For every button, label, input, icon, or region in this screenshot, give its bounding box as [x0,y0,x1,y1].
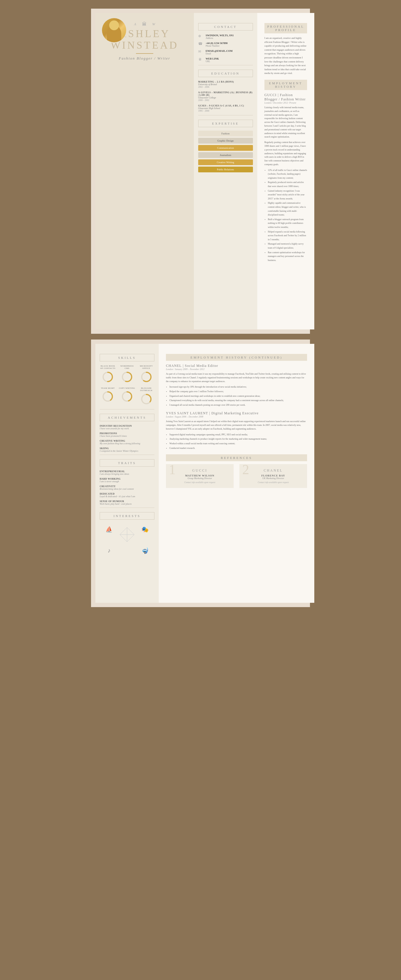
page-1: A 🏛 W ASHLEY WINSTEAD Fashion Blogger / … [95,13,314,329]
sidebar-divider-1 [198,65,253,65]
bullet-item: Supported digital marketing campaigns sp… [169,433,307,437]
skill-label-5: BLOGGER OUTREACH [138,387,154,392]
expertise-item-2: Communication [198,145,253,151]
profile-section-header: PROFESSIONAL PROFILE [264,23,307,33]
trait-title-3: DEDICATED [100,493,154,495]
main-content: PROFESSIONAL PROFILE I am an organised, … [257,13,314,329]
sidebar-divider-4 [100,455,154,455]
trait-title-2: CREATIVITY [100,485,154,488]
achievement-item-2: CREATIVE WRITING My own fashion blog has… [100,440,154,445]
job-company-ysl: YVES SAINT LAURENT | Digital Marketing E… [166,411,307,415]
traits-section-header: TRAITS [100,459,154,467]
trait-title-4: SENSE OF HUMOUR [100,500,154,503]
profile-text: I am an organised, creative and highly e… [264,36,307,75]
expertise-item-4: Creative Writing [198,159,253,165]
bullet-item: Worked within a small social media team … [169,442,307,446]
header-icon-a: A [134,22,136,27]
contact-address-info: SWINDON, WILTS, SN1 Address [206,34,234,40]
interests-grid: ⛵ 🎭 ♪ 🤿 [100,523,154,557]
expertise-section-header: EXPERTISE [198,120,253,127]
edu-item-0: MARKETING – 2.1 BA (Hons) University of … [198,81,253,88]
interest-center-2 [118,547,136,554]
page-2: SKILLS BLACK BOOK OF CONTACTS WOR [95,344,314,603]
skill-item-3: TEAM MGMT [100,387,116,406]
skill-label-3: TEAM MGMT [100,387,116,389]
main-content-2: EMPLOYMENT HISTORY (CONTINUED) CHANEL | … [159,344,314,603]
job-location-ysl: London / August 2006 – December 2008 [166,415,307,418]
references-section-header: REFERENCES [166,454,307,461]
expertise-item-0: Fashion [198,130,253,136]
trait-desc-1: I am is never enough [100,480,154,483]
interests-section-header: INTERESTS [100,512,154,520]
phone-sub: Phone Number [206,45,228,47]
edu-item-2: GCSEs – 9 GCSEs A-C (4 As, 4 Bs, 1 C) Gl… [198,105,253,112]
expertise-label-4: Creative Writing [217,161,234,164]
trait-desc-2: Brainstorming ideas for cool content [100,488,154,490]
expertise-label-5: Public Relations [217,168,234,171]
sidebar-divider-5 [100,508,154,508]
job-bullets-chanel: Increased sign-ups by 18% through the in… [166,385,307,407]
skill-item-0: BLACK BOOK OF CONTACTS [100,365,116,384]
trait-desc-4: Work hard, play hard - cool places [100,503,154,505]
achievement-item-3: SKIING I competed in the Junior Winter O… [100,447,154,452]
achievement-item-0: INDUSTRY RECOGNITION I have won awards f… [100,425,154,430]
expertise-label-0: Fashion [221,132,230,135]
bullet-item: Highly capable and communicative content… [268,201,307,217]
job-entry-0: GUCCI | Fashion Blogger / Fashion Writer… [264,93,307,262]
page-2-wrapper: SKILLS BLACK BOOK OF CONTACTS WOR [91,339,310,607]
ref-contact-0: Contact info available upon request [170,481,229,484]
expertise-label-3: Journalism [220,154,231,156]
edu-degree-0: MARKETING – 2.1 BA (Hons) [198,81,253,83]
bullet-item: Organised and chaired meetings and works… [169,394,307,398]
skill-label-2: MICROSOFT OFFICE [138,365,154,370]
bullet-item: Gained industry recognition: I was award… [268,189,307,201]
avatar [101,17,127,43]
contact-email-info: EMAIL@EMAIL.COM Email [206,49,233,55]
sidebar: CONTACT ⊕ SWINDON, WILTS, SN1 Address ☎ … [194,13,257,329]
skill-ring-0 [102,371,113,383]
expertise-label-1: Graphic Design [217,139,233,142]
expertise-item-1: Graphic Design [198,138,253,143]
interest-icon-0: ⛵ [102,526,115,544]
interest-center [118,526,136,544]
edu-school-1: Gloucester College [198,96,253,99]
bullet-item: 12% of all traffic to Gucci online chann… [268,168,307,180]
achievement-desc-1: I have been promoted 6 times [100,435,154,438]
ref-role-1: UK Marketing Director [244,477,303,480]
job-company-0: GUCCI | Fashion Blogger / Fashion Writer [264,93,307,102]
contact-web-info: WEB LINK URL [206,57,219,63]
interest-icon-3: 🤿 [139,547,152,554]
edu-degree-1: A-LEVELS – MARKETING (A) | BUSINESS (B) … [198,91,253,96]
achievement-desc-2: My own fashion blog has a strong followi… [100,442,154,445]
employment-continued-header: EMPLOYMENT HISTORY (CONTINUED) [166,354,307,361]
achievement-title-0: INDUSTRY RECOGNITION [100,425,154,427]
job-entry-chanel: CHANEL | Social Media Editor London / Ja… [166,364,307,407]
edu-year-2: 1995 - 2000 [198,110,253,112]
job-desc-0-1: Regularly posting content that achieves … [264,141,307,167]
address-sub: Address [206,37,234,40]
achievement-title-1: PROMOTIONS [100,432,154,435]
bullet-item: Helped expand a social media following a… [268,230,307,242]
bullet-item: Increased sign-ups by 18% through the in… [169,385,307,389]
references-grid: 1 GUCCI MATTHEW WILSON Group Marketing D… [166,464,307,488]
skill-ring-3 [102,391,113,402]
address-label: SWINDON, WILTS, SN1 [206,34,234,37]
bullet-item: Analysing marketing channels to produce … [169,437,307,441]
trait-item-2: CREATIVITY Brainstorming ideas for cool … [100,485,154,490]
reference-card-1: 2 CHANEL FLORENCE BAY UK Marketing Direc… [240,464,307,488]
trait-desc-0: I am always bringing new ideas [100,473,154,475]
trait-title-0: ENTREPRENEURIAL [100,470,154,473]
email-sub: Email [206,52,233,55]
interest-icon-1: 🎭 [139,526,152,544]
email-icon: ✉ [198,49,203,55]
edu-year-1: 2000 - 2002 [198,99,253,102]
achievement-desc-3: I competed in the Junior Winter Olympics [100,450,154,452]
sidebar-2: SKILLS BLACK BOOK OF CONTACTS WOR [95,344,159,603]
web-label: WEB LINK [206,57,219,60]
job-location-0: London / December 2012- Present [264,102,307,104]
interest-icon-2: ♪ [102,547,115,554]
expertise-label-2: Communication [217,146,234,150]
edu-item-1: A-LEVELS – MARKETING (A) | BUSINESS (B) … [198,91,253,102]
edu-school-0: University of Bristol [198,83,253,86]
ref-name-1: FLORENCE BAY [244,474,303,477]
